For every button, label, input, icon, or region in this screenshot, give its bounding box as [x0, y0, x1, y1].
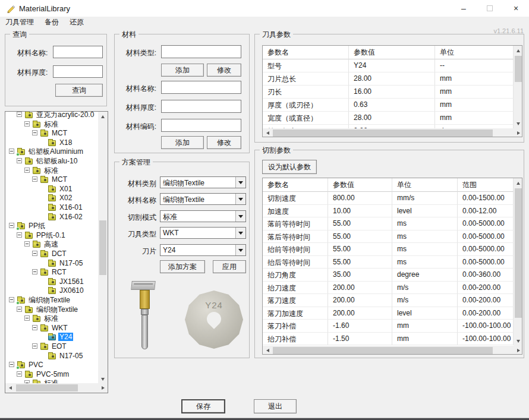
table-row[interactable]: 抬刀速度200.00m/s0.00-200.00	[263, 282, 514, 295]
tree-item[interactable]: MCT	[5, 128, 99, 138]
table-row[interactable]: 落前等待时间55.00ms0.00-5000.00	[263, 217, 514, 230]
material-thickness-input[interactable]	[161, 100, 241, 113]
material-type-modify-button[interactable]: 修改	[207, 64, 241, 77]
tree-collapse-icon[interactable]	[24, 121, 30, 127]
scheme-apply-button[interactable]: 应用	[213, 260, 246, 273]
tree-item[interactable]: PVC-5mm	[5, 370, 99, 379]
tree-collapse-icon[interactable]	[17, 371, 22, 377]
tree-item[interactable]: N17-05	[5, 351, 99, 361]
tree-collapse-icon[interactable]	[32, 269, 37, 274]
material-name-input[interactable]	[161, 81, 241, 94]
table-row[interactable]: 刀片总长28.00mm	[263, 72, 514, 86]
minimize-button[interactable]: –	[451, 0, 477, 17]
cut-table-hscrollbar[interactable]	[263, 346, 522, 355]
tree-hscroll-thumb[interactable]	[16, 384, 78, 391]
scheme-blade-select[interactable]: Y24	[160, 244, 246, 256]
tree-collapse-icon[interactable]	[32, 325, 37, 330]
save-button[interactable]: 保存	[181, 399, 225, 413]
query-material-thickness-input[interactable]	[53, 65, 103, 78]
tree-collapse-icon[interactable]	[17, 158, 22, 163]
material-type-add-button[interactable]: 添加	[161, 64, 204, 77]
tree-item[interactable]: 标准	[5, 314, 99, 323]
set-default-params-button[interactable]: 设为默认参数	[262, 160, 317, 174]
tree-collapse-icon[interactable]	[24, 168, 30, 173]
tree-item[interactable]: PP纸	[5, 221, 99, 230]
tool-table-vscroll-thumb[interactable]	[515, 56, 522, 82]
tree-collapse-icon[interactable]	[32, 251, 37, 256]
table-row[interactable]: 抬前等待时间55.00ms0.00-5000.00	[263, 243, 514, 256]
table-row[interactable]: 落后等待时间55.00ms0.00-5000.00	[263, 230, 514, 244]
table-row[interactable]: 抬刀角度35.00degree0.00-360.00	[263, 269, 514, 282]
tree-item[interactable]: X18	[5, 138, 99, 147]
tree-item[interactable]: 铝塑板Aluminium	[5, 147, 99, 156]
tree-collapse-icon[interactable]	[32, 343, 37, 349]
table-row[interactable]: 抬后等待时间55.00ms0.00-5000.00	[263, 256, 514, 269]
tree-item[interactable]: 高速	[5, 239, 99, 249]
table-row[interactable]: 宽度（或直径）28.00mm	[263, 112, 514, 125]
tree-item[interactable]: 标准	[5, 166, 99, 175]
tree-item[interactable]: X16-01	[5, 203, 99, 212]
table-row[interactable]: 落刀补偿-1.60mm-100.00-100.00	[263, 320, 514, 333]
tool-table-vscrollbar[interactable]	[514, 46, 522, 128]
tree-item[interactable]: X16-02	[5, 212, 99, 222]
scheme-cut-mode-select[interactable]: 标准	[160, 210, 246, 222]
tree-item[interactable]: PP纸-0.1	[5, 230, 99, 240]
material-code-input[interactable]	[161, 119, 241, 132]
tree-item[interactable]: 亚克力acrylic-20.0	[5, 111, 99, 119]
cut-table-vscroll-thumb[interactable]	[515, 188, 522, 318]
table-row[interactable]: 抬刀补偿-1.50mm-100.00-100.00	[263, 333, 514, 346]
query-search-button[interactable]: 查询	[55, 84, 103, 97]
query-material-name-input[interactable]	[53, 46, 103, 58]
tree-item[interactable]: 标准	[5, 119, 99, 129]
tool-table-hscrollbar[interactable]	[263, 128, 522, 137]
material-add-button[interactable]: 添加	[161, 136, 204, 149]
cut-table-hscroll-thumb[interactable]	[273, 347, 493, 354]
scheme-material-category-select[interactable]: 编织物Textile	[160, 176, 246, 188]
tree-collapse-icon[interactable]	[9, 297, 14, 302]
tool-table-hscroll-thumb[interactable]	[273, 130, 493, 137]
tree-collapse-icon[interactable]	[17, 232, 22, 238]
tree-item[interactable]: N17-05	[5, 258, 99, 268]
tree-hscrollbar[interactable]	[5, 383, 108, 393]
table-row[interactable]: 型号Y24--	[263, 59, 514, 72]
tree-item[interactable]: X01	[5, 184, 99, 194]
material-modify-button[interactable]: 修改	[207, 136, 241, 149]
table-row[interactable]: 切割速度800.00mm/s0.00-1500.00	[263, 192, 514, 205]
tree-item[interactable]: Y24	[5, 332, 99, 342]
tree-collapse-icon[interactable]	[9, 362, 14, 367]
table-row[interactable]: 落刀加速度200.00level0.00-200.00	[263, 307, 514, 320]
table-row[interactable]: 刃长16.00mm	[263, 86, 514, 99]
scheme-material-name-select[interactable]: 编织物Textile	[160, 193, 246, 205]
scheme-tool-type-select[interactable]: WKT	[160, 227, 246, 239]
tree-vscrollbar[interactable]	[98, 112, 108, 384]
tree-item[interactable]: X02	[5, 193, 99, 203]
close-button[interactable]: ×	[503, 0, 529, 17]
tree-item[interactable]: JX1561	[5, 277, 99, 286]
cut-table-vscrollbar[interactable]	[514, 178, 522, 346]
tree-collapse-icon[interactable]	[9, 223, 14, 228]
tree-item[interactable]: MCT	[5, 175, 99, 184]
maximize-button[interactable]	[477, 0, 503, 17]
menu-tool-management[interactable]: 刀具管理	[0, 17, 39, 28]
table-row[interactable]: 加速度10.00level0.00-12.00	[263, 205, 514, 218]
tree-item[interactable]: 铝塑板alu-10	[5, 156, 99, 166]
menu-backup[interactable]: 备份	[39, 17, 64, 28]
tree-vscroll-thumb[interactable]	[99, 220, 106, 275]
tree-item[interactable]: JX0610	[5, 286, 99, 295]
tree-item[interactable]: 编织物Textile	[5, 305, 99, 314]
material-type-input[interactable]	[161, 45, 241, 58]
scheme-add-button[interactable]: 添加方案	[160, 260, 205, 273]
tree-collapse-icon[interactable]	[24, 241, 30, 247]
tree-collapse-icon[interactable]	[24, 315, 30, 321]
tree-item[interactable]: RCT	[5, 267, 99, 277]
tree-item[interactable]: WKT	[5, 323, 99, 333]
exit-button[interactable]: 退出	[254, 399, 297, 413]
tree-item[interactable]: 编织物Textile	[5, 295, 99, 305]
tree-collapse-icon[interactable]	[17, 307, 22, 312]
tree-item[interactable]: PVC	[5, 360, 99, 370]
table-row[interactable]: 落刀速度200.00m/s0.00-200.00	[263, 294, 514, 307]
tree-collapse-icon[interactable]	[17, 112, 22, 117]
tree-item[interactable]: EOT	[5, 342, 99, 351]
tree-collapse-icon[interactable]	[32, 176, 37, 182]
tree-item[interactable]: DCT	[5, 249, 99, 258]
